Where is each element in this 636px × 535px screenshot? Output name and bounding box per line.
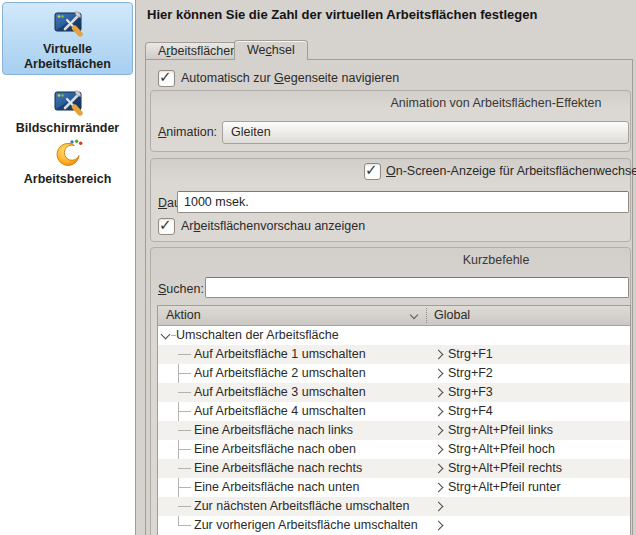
table-row[interactable]: Eine Arbeitsfläche nach rechts Strg+Alt+… — [158, 459, 630, 478]
monitor-tools-icon — [52, 8, 84, 40]
plasma-swirl-icon — [52, 138, 84, 170]
desktop-preview-checkbox[interactable] — [158, 218, 175, 235]
table-row-root[interactable]: Umschalten der Arbeitsfläche — [158, 326, 630, 345]
table-row[interactable]: Eine Arbeitsfläche nach oben Strg+Alt+Pf… — [158, 440, 630, 459]
chevron-right-icon[interactable] — [434, 502, 444, 512]
table-row[interactable]: Zur nächsten Arbeitsfläche umschalten — [158, 497, 630, 516]
table-row[interactable]: Auf Arbeitsfläche 2 umschalten Strg+F2 — [158, 364, 630, 383]
column-header-action[interactable]: Aktion — [166, 306, 201, 325]
sidebar-item-label: Virtuelle Arbeitsflächen — [3, 42, 132, 72]
table-row[interactable]: Eine Arbeitsfläche nach links Strg+Alt+P… — [158, 421, 630, 440]
chevron-right-icon[interactable] — [434, 521, 444, 531]
chevron-right-icon[interactable] — [434, 445, 444, 455]
sidebar-item-virtual-desktops[interactable]: Virtuelle Arbeitsflächen — [2, 2, 133, 75]
chevron-right-icon[interactable] — [434, 464, 444, 474]
shortcuts-table: Aktion Global Umschalten der Arbeitsfläc… — [157, 305, 631, 535]
expander-chevron-down-icon[interactable] — [161, 330, 171, 340]
sidebar-item-workspace[interactable]: Arbeitsbereich — [2, 133, 133, 187]
animation-label: Animation: — [158, 125, 217, 139]
osd-group-title[interactable]: On-Screen-Anzeige für Arbeitsflächenwech… — [386, 164, 636, 178]
monitor-tools-icon — [52, 87, 84, 119]
tab-switching[interactable]: Wechsel — [234, 40, 308, 60]
navigate-wraparound-checkbox[interactable] — [158, 70, 175, 87]
table-row[interactable]: Eine Arbeitsfläche nach unten Strg+Alt+P… — [158, 478, 630, 497]
chevron-down-icon — [410, 311, 418, 319]
chevron-right-icon[interactable] — [434, 350, 444, 360]
sidebar-item-screen-edges[interactable]: Bildschirmränder — [2, 82, 133, 136]
chevron-right-icon[interactable] — [434, 388, 444, 398]
animation-combobox[interactable]: Gleiten — [222, 121, 629, 144]
search-label: Suchen: — [158, 282, 204, 296]
table-row[interactable]: Auf Arbeitsfläche 3 umschalten Strg+F3 — [158, 383, 630, 402]
duration-input[interactable] — [177, 191, 629, 213]
desktop-preview-label[interactable]: Arbeitsflächenvorschau anzeigen — [181, 219, 365, 233]
animation-group-title: Animation von Arbeitsflächen-Effekten — [390, 96, 601, 110]
osd-checkbox[interactable] — [364, 163, 381, 180]
virtual-desktops-settings-window: Virtuelle Arbeitsflächen Bild — [0, 0, 636, 535]
table-row[interactable]: Auf Arbeitsfläche 1 umschalten Strg+F1 — [158, 345, 630, 364]
chevron-right-icon[interactable] — [434, 483, 444, 493]
chevron-right-icon[interactable] — [434, 426, 444, 436]
search-input[interactable] — [205, 277, 629, 298]
chevron-right-icon[interactable] — [434, 369, 444, 379]
table-header: Aktion Global — [158, 306, 630, 326]
table-row[interactable]: Zur vorherigen Arbeitsfläche umschalten — [158, 516, 630, 535]
chevron-right-icon[interactable] — [434, 407, 444, 417]
module-sidebar: Virtuelle Arbeitsflächen Bild — [0, 0, 136, 535]
shortcuts-group-title: Kurzbefehle — [463, 253, 530, 267]
table-row[interactable]: Auf Arbeitsfläche 4 umschalten Strg+F4 — [158, 402, 630, 421]
column-separator[interactable] — [426, 308, 427, 323]
navigate-wraparound-label[interactable]: Automatisch zur Gegenseite navigieren — [181, 71, 399, 85]
page-title: Hier können Sie die Zahl der virtuellen … — [147, 7, 537, 22]
sidebar-item-label: Arbeitsbereich — [2, 172, 133, 187]
animation-combobox-value: Gleiten — [231, 125, 271, 139]
column-header-global[interactable]: Global — [434, 306, 470, 325]
